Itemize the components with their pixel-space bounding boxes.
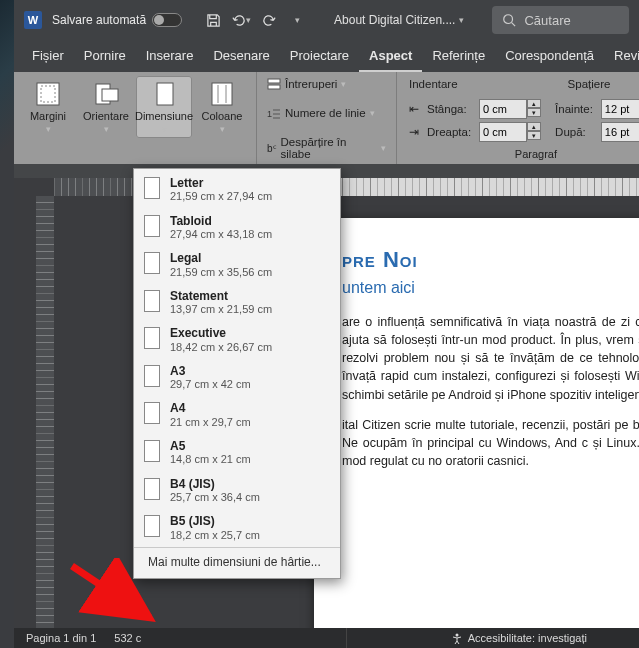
size-option-dim: 21,59 cm x 35,56 cm bbox=[170, 266, 272, 279]
size-option-dim: 21 cm x 29,7 cm bbox=[170, 416, 251, 429]
page-thumb-icon bbox=[144, 252, 160, 274]
svg-rect-5 bbox=[102, 89, 118, 101]
tab-proiectare[interactable]: Proiectare bbox=[280, 40, 359, 72]
page-thumb-icon bbox=[144, 327, 160, 349]
margins-label: Margini bbox=[30, 110, 66, 122]
svg-rect-10 bbox=[268, 79, 280, 83]
columns-button[interactable]: Coloane▾ bbox=[194, 76, 250, 138]
undo-icon[interactable]: ▾ bbox=[228, 8, 254, 32]
svg-rect-11 bbox=[268, 85, 280, 89]
size-option-name: B5 (JIS) bbox=[170, 514, 260, 528]
size-option-b4-jis-[interactable]: B4 (JIS)25,7 cm x 36,4 cm bbox=[134, 472, 340, 510]
size-option-name: A3 bbox=[170, 364, 251, 378]
page-thumb-icon bbox=[144, 177, 160, 199]
size-option-a4[interactable]: A421 cm x 29,7 cm bbox=[134, 396, 340, 434]
size-option-name: Legal bbox=[170, 251, 272, 265]
indent-right-icon: ⇥ bbox=[409, 125, 419, 139]
line-numbers-button[interactable]: 1Numere de linie▾ bbox=[263, 105, 390, 121]
page-size-menu: Letter21,59 cm x 27,94 cmTabloid27,94 cm… bbox=[133, 168, 341, 579]
page-thumb-icon bbox=[144, 290, 160, 312]
hyphenation-button[interactable]: bᶜDespărțire în silabe▾ bbox=[263, 134, 390, 162]
size-option-statement[interactable]: Statement13,97 cm x 21,59 cm bbox=[134, 284, 340, 322]
size-option-name: Tabloid bbox=[170, 214, 272, 228]
margins-button[interactable]: Margini▾ bbox=[20, 76, 76, 138]
qat-customize-icon[interactable]: ▾ bbox=[284, 8, 310, 32]
status-accessibility[interactable]: Accesibilitate: investigați bbox=[451, 632, 587, 644]
svg-rect-6 bbox=[157, 83, 173, 105]
paragraph-group-label: Paragraf bbox=[403, 148, 639, 162]
autosave-toggle[interactable] bbox=[152, 13, 182, 27]
indent-left-icon: ⇤ bbox=[409, 102, 419, 116]
size-option-name: Executive bbox=[170, 326, 272, 340]
size-option-dim: 14,8 cm x 21 cm bbox=[170, 453, 251, 466]
size-option-legal[interactable]: Legal21,59 cm x 35,56 cm bbox=[134, 246, 340, 284]
size-option-dim: 13,97 cm x 21,59 cm bbox=[170, 303, 272, 316]
page-thumb-icon bbox=[144, 215, 160, 237]
size-option-dim: 18,2 cm x 25,7 cm bbox=[170, 529, 260, 542]
breaks-icon bbox=[267, 78, 281, 90]
search-placeholder: Căutare bbox=[524, 13, 570, 28]
indent-left-label: Stânga: bbox=[427, 103, 471, 115]
size-option-tabloid[interactable]: Tabloid27,94 cm x 43,18 cm bbox=[134, 209, 340, 247]
columns-label: Coloane bbox=[202, 110, 243, 122]
redo-icon[interactable] bbox=[256, 8, 282, 32]
tab-revizuire[interactable]: Revizuire bbox=[604, 40, 639, 72]
size-option-name: A4 bbox=[170, 401, 251, 415]
vertical-ruler[interactable] bbox=[36, 196, 54, 630]
indent-right-spinner[interactable]: ▴▾ bbox=[527, 122, 541, 142]
size-option-dim: 18,42 cm x 26,67 cm bbox=[170, 341, 272, 354]
size-option-dim: 25,7 cm x 36,4 cm bbox=[170, 491, 260, 504]
indent-left-input[interactable] bbox=[479, 99, 527, 119]
size-option-name: Statement bbox=[170, 289, 272, 303]
page-thumb-icon bbox=[144, 402, 160, 424]
hyphenation-icon: bᶜ bbox=[267, 143, 277, 154]
spacing-after-input[interactable] bbox=[601, 122, 639, 142]
indent-left-spinner[interactable]: ▴▾ bbox=[527, 99, 541, 119]
spacing-before-input[interactable] bbox=[601, 99, 639, 119]
accessibility-icon bbox=[451, 632, 463, 644]
page-heading-1: pre Noi bbox=[342, 244, 639, 276]
tab-pornire[interactable]: Pornire bbox=[74, 40, 136, 72]
size-button[interactable]: Dimensiune▾ bbox=[136, 76, 192, 138]
size-option-name: Letter bbox=[170, 176, 272, 190]
orientation-button[interactable]: Orientare▾ bbox=[78, 76, 134, 138]
search-icon bbox=[502, 13, 516, 27]
status-page[interactable]: Pagina 1 din 1 bbox=[26, 632, 96, 644]
more-paper-sizes[interactable]: Mai multe dimensiuni de hârtie... bbox=[134, 547, 340, 576]
size-option-name: A5 bbox=[170, 439, 251, 453]
svg-text:1: 1 bbox=[267, 109, 272, 119]
save-icon[interactable] bbox=[200, 8, 226, 32]
size-option-executive[interactable]: Executive18,42 cm x 26,67 cm bbox=[134, 321, 340, 359]
status-accessibility-label: Accesibilitate: investigați bbox=[468, 632, 587, 644]
document-title: About Digital Citizen.... bbox=[334, 13, 455, 27]
breaks-label: Întreruperi bbox=[285, 78, 337, 90]
page-thumb-icon bbox=[144, 440, 160, 462]
tab-aspect[interactable]: Aspect bbox=[359, 40, 422, 72]
tab-fișier[interactable]: Fișier bbox=[22, 40, 74, 72]
tab-corespondență[interactable]: Corespondență bbox=[495, 40, 604, 72]
word-app-icon: W bbox=[24, 11, 42, 29]
tab-inserare[interactable]: Inserare bbox=[136, 40, 204, 72]
size-option-name: B4 (JIS) bbox=[170, 477, 260, 491]
indent-right-input[interactable] bbox=[479, 122, 527, 142]
search-box[interactable]: Căutare bbox=[492, 6, 629, 34]
size-option-a5[interactable]: A514,8 cm x 21 cm bbox=[134, 434, 340, 472]
spacing-after-label: După: bbox=[555, 126, 593, 138]
size-option-b5-jis-[interactable]: B5 (JIS)18,2 cm x 25,7 cm bbox=[134, 509, 340, 547]
size-option-letter[interactable]: Letter21,59 cm x 27,94 cm bbox=[134, 171, 340, 209]
tab-desenare[interactable]: Desenare bbox=[203, 40, 279, 72]
size-option-a3[interactable]: A329,7 cm x 42 cm bbox=[134, 359, 340, 397]
hyphenation-label: Despărțire în silabe bbox=[281, 136, 377, 160]
breaks-button[interactable]: Întreruperi▾ bbox=[263, 76, 390, 92]
document-page[interactable]: DIGITAL pre Noi untem aici are o influen… bbox=[314, 218, 639, 648]
chevron-down-icon[interactable]: ▾ bbox=[459, 15, 464, 25]
spacing-before-label: Înainte: bbox=[555, 103, 593, 115]
spacing-header: Spațiere bbox=[568, 78, 611, 90]
indent-right-label: Dreapta: bbox=[427, 126, 471, 138]
svg-point-0 bbox=[504, 15, 513, 24]
indent-header: Indentare bbox=[409, 78, 458, 90]
tab-referințe[interactable]: Referințe bbox=[422, 40, 495, 72]
page-thumb-icon bbox=[144, 365, 160, 387]
status-words[interactable]: 532 c bbox=[114, 632, 141, 644]
size-option-dim: 29,7 cm x 42 cm bbox=[170, 378, 251, 391]
